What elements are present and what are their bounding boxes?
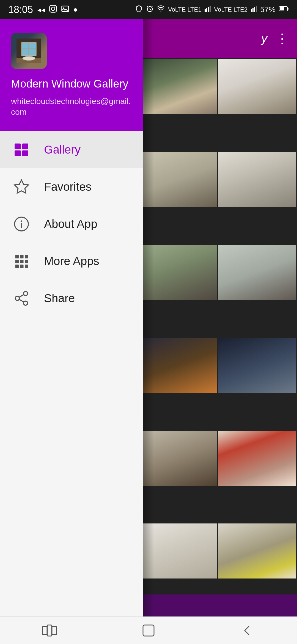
menu-item-about[interactable]: About App [0, 205, 143, 242]
status-icons-left: ◂◂ ● [37, 5, 78, 15]
instagram-icon [49, 5, 57, 15]
svg-rect-27 [15, 150, 21, 156]
wifi-icon [157, 5, 165, 15]
gallery-image-8[interactable] [218, 338, 296, 393]
app-name: Modern Window Gallery [11, 77, 132, 90]
status-time: 18:05 [8, 4, 33, 15]
svg-rect-41 [25, 264, 29, 268]
info-icon [12, 215, 31, 233]
menu-item-favorites[interactable]: Favorites [0, 168, 143, 205]
gallery-grid [138, 58, 297, 616]
svg-line-45 [19, 299, 24, 302]
svg-rect-47 [43, 626, 47, 635]
svg-rect-9 [208, 7, 209, 12]
main-content: y ⋮ [0, 19, 297, 616]
svg-point-6 [160, 10, 161, 12]
share-menu-label: Share [44, 292, 75, 305]
menu-item-more-apps[interactable]: More Apps [0, 242, 143, 280]
svg-point-2 [54, 6, 56, 7]
more-options-icon[interactable]: ⋮ [276, 31, 289, 46]
nav-bar [0, 616, 297, 644]
status-right: VoLTE LTE1 VoLTE LTE2 57% [135, 5, 289, 15]
gallery-image-6[interactable] [218, 245, 296, 300]
svg-rect-49 [52, 626, 56, 635]
shield-icon [135, 5, 143, 15]
svg-rect-25 [15, 143, 21, 149]
svg-rect-16 [280, 7, 284, 10]
home-button[interactable] [135, 621, 162, 640]
alarm-icon [146, 5, 154, 15]
signal2-icon [251, 5, 257, 15]
status-bar: 18:05 ◂◂ ● [0, 0, 297, 19]
recent-apps-button[interactable] [36, 621, 63, 640]
gallery-image-2[interactable] [218, 59, 296, 114]
silent-icon: ◂◂ [37, 5, 45, 14]
svg-rect-35 [25, 255, 29, 258]
app-icon [11, 33, 47, 69]
svg-point-1 [51, 7, 55, 10]
drawer-menu: Gallery Favorites [0, 131, 143, 616]
svg-point-44 [24, 301, 28, 305]
svg-rect-12 [252, 8, 254, 12]
favorites-menu-label: Favorites [44, 180, 92, 193]
svg-rect-8 [206, 8, 207, 12]
svg-rect-11 [251, 9, 252, 12]
gallery-image-12[interactable] [218, 523, 296, 578]
svg-rect-0 [50, 5, 57, 12]
svg-rect-48 [47, 625, 52, 636]
svg-rect-26 [22, 143, 29, 149]
battery-percent: 57% [260, 5, 276, 14]
more-apps-menu-label: More Apps [44, 255, 99, 268]
signal1-icon [205, 5, 211, 15]
svg-line-46 [19, 294, 24, 297]
app-email: whitecloudstechnologies@gmail.com [11, 96, 132, 117]
svg-rect-14 [256, 6, 257, 12]
svg-rect-13 [254, 7, 255, 12]
svg-rect-17 [287, 8, 288, 10]
app-icon-image [11, 33, 47, 69]
svg-rect-40 [20, 264, 24, 268]
battery-icon [279, 5, 289, 15]
lte1-signal: VoLTE LTE1 [168, 6, 201, 13]
svg-point-43 [15, 296, 20, 300]
lte2-signal: VoLTE LTE2 [214, 6, 247, 13]
svg-rect-39 [15, 264, 19, 268]
svg-point-42 [24, 291, 28, 296]
gallery-title: y [261, 32, 267, 45]
svg-rect-37 [20, 260, 24, 263]
drawer-header: Modern Window Gallery whitecloudstechnol… [0, 19, 143, 131]
about-menu-label: About App [44, 217, 97, 231]
drawer-scrim [143, 19, 154, 616]
svg-rect-28 [22, 150, 29, 156]
star-icon [12, 178, 31, 196]
svg-rect-10 [210, 6, 211, 12]
gallery-icon [61, 5, 69, 15]
gallery-image-10[interactable] [218, 431, 296, 486]
back-button[interactable] [234, 621, 261, 640]
grid-icon [12, 252, 31, 271]
navigation-drawer: Modern Window Gallery whitecloudstechnol… [0, 19, 143, 616]
dot-indicator: ● [73, 5, 78, 14]
svg-point-24 [23, 56, 35, 60]
share-icon [12, 289, 31, 308]
gallery-image-4[interactable] [218, 152, 296, 207]
svg-rect-38 [25, 260, 29, 263]
gallery-menu-label: Gallery [44, 143, 81, 156]
gallery-menu-icon [12, 140, 31, 159]
svg-marker-29 [15, 180, 28, 193]
menu-item-gallery[interactable]: Gallery [0, 131, 143, 168]
svg-rect-50 [143, 625, 154, 636]
svg-rect-34 [20, 255, 24, 258]
svg-rect-36 [15, 260, 19, 263]
svg-rect-7 [205, 9, 206, 12]
gallery-bottom-bar [138, 594, 297, 616]
menu-item-share[interactable]: Share [0, 280, 143, 317]
svg-rect-33 [15, 255, 19, 258]
status-left: 18:05 ◂◂ ● [8, 4, 78, 15]
